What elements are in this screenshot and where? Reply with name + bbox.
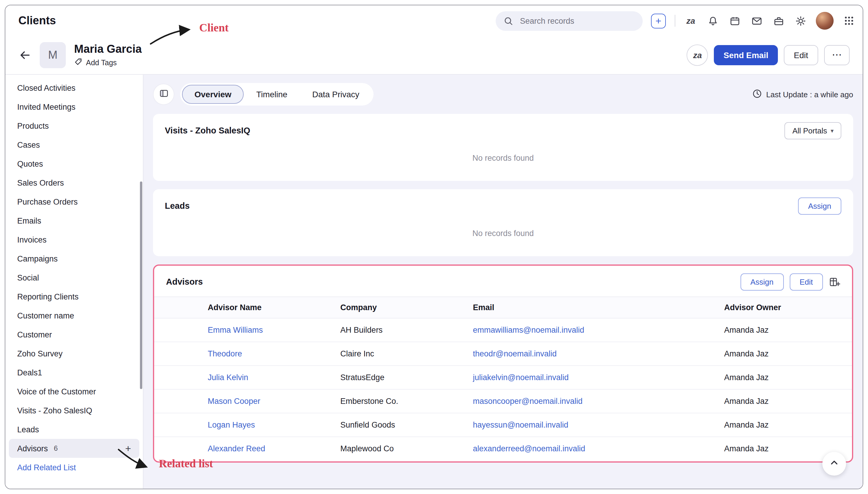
- sidebar-item-customer-name[interactable]: Customer name: [5, 306, 143, 325]
- settings-gear-icon[interactable]: [794, 14, 807, 27]
- advisor-company: Maplewood Co: [335, 437, 468, 460]
- advisor-row: Julia Kelvin StratusEdge juliakelvin@noe…: [154, 366, 852, 389]
- tab-overview[interactable]: Overview: [182, 85, 244, 104]
- advisor-name-link[interactable]: Julia Kelvin: [208, 373, 248, 382]
- search-input[interactable]: [519, 16, 636, 26]
- record-header: M Maria Garcia Add Tags za Send Email Ed…: [5, 36, 863, 75]
- leads-empty-state: No records found: [165, 215, 841, 248]
- advisor-name-link[interactable]: Logan Hayes: [208, 420, 255, 429]
- sidebar-item-quotes[interactable]: Quotes: [5, 154, 143, 173]
- sidebar-item-voice-of-the-customer[interactable]: Voice of the Customer: [5, 382, 143, 401]
- quick-create-button[interactable]: +: [651, 13, 666, 28]
- sidebar-item-cases[interactable]: Cases: [5, 135, 143, 154]
- sidebar-item-closed-activities[interactable]: Closed Activities: [5, 78, 143, 97]
- app-launcher-grid-icon[interactable]: [843, 14, 855, 27]
- add-column-table-icon[interactable]: [829, 276, 840, 287]
- module-title: Clients: [18, 14, 56, 27]
- advisor-company: Emberstone Co.: [335, 389, 468, 413]
- back-button[interactable]: [18, 49, 32, 62]
- sidebar-item-emails[interactable]: Emails: [5, 211, 143, 230]
- sidebar-item-social[interactable]: Social: [5, 268, 143, 287]
- more-actions-button[interactable]: ⋯: [824, 45, 850, 65]
- sidebar-item-sales-orders[interactable]: Sales Orders: [5, 173, 143, 192]
- column-email: Email: [468, 297, 719, 318]
- top-bar: Clients + za: [5, 5, 863, 36]
- add-advisor-plus-button[interactable]: +: [125, 443, 131, 453]
- advisor-company: Sunfield Goods: [335, 413, 468, 437]
- advisor-company: StratusEdge: [335, 366, 468, 389]
- edit-button[interactable]: Edit: [784, 45, 818, 65]
- collapse-panel-button[interactable]: [153, 83, 174, 105]
- tab-timeline[interactable]: Timeline: [244, 85, 300, 104]
- global-search[interactable]: [496, 11, 643, 31]
- visits-card-title: Visits - Zoho SalesIQ: [165, 126, 250, 135]
- sidebar-scrollbar[interactable]: [140, 182, 142, 389]
- sidebar-item-leads[interactable]: Leads: [5, 420, 143, 439]
- advisor-email-link[interactable]: emmawilliams@noemail.invalid: [473, 326, 584, 335]
- zia-icon[interactable]: za: [684, 14, 697, 27]
- sidebar-item-invoices[interactable]: Invoices: [5, 230, 143, 249]
- advisor-name-link[interactable]: Mason Cooper: [208, 397, 260, 406]
- advisor-company: Claire Inc: [335, 342, 468, 366]
- user-avatar[interactable]: [816, 12, 834, 30]
- advisor-row: Alexander Reed Maplewood Co alexanderree…: [154, 437, 852, 460]
- column-advisor-owner: Advisor Owner: [719, 297, 852, 318]
- sidebar-item-products[interactable]: Products: [5, 116, 143, 135]
- advisor-owner: Amanda Jaz: [719, 366, 852, 389]
- topbar-divider: [675, 15, 675, 27]
- send-email-button[interactable]: Send Email: [714, 45, 778, 65]
- chevron-down-icon: ▾: [831, 127, 834, 134]
- sidebar-item-deals1[interactable]: Deals1: [5, 363, 143, 382]
- all-portals-dropdown[interactable]: All Portals ▾: [785, 122, 841, 139]
- app-window: Clients + za: [0, 0, 868, 494]
- sidebar-item-invited-meetings[interactable]: Invited Meetings: [5, 97, 143, 116]
- visits-empty-state: No records found: [165, 139, 841, 173]
- advisor-email-link[interactable]: hayessun@noemail.invalid: [473, 420, 568, 429]
- sidebar-item-visits-zoho-salesiq[interactable]: Visits - Zoho SalesIQ: [5, 401, 143, 420]
- sidebar-item-reporting-clients[interactable]: Reporting Clients: [5, 287, 143, 306]
- advisor-row: Emma Williams AH Builders emmawilliams@n…: [154, 318, 852, 342]
- advisor-email-link[interactable]: alexanderreed@noemail.invalid: [473, 444, 585, 453]
- notifications-bell-icon[interactable]: [706, 14, 719, 27]
- sidebar-item-advisors[interactable]: Advisors 6 +: [9, 439, 139, 458]
- last-update-status: Last Update : a while ago: [753, 89, 853, 100]
- marketplace-icon[interactable]: [772, 14, 785, 27]
- sidebar-item-customer[interactable]: Customer: [5, 325, 143, 344]
- advisors-card-title: Advisors: [166, 277, 203, 286]
- tab-data-privacy[interactable]: Data Privacy: [300, 85, 372, 104]
- sidebar-item-label: Advisors: [17, 444, 48, 453]
- advisor-email-link[interactable]: theodr@noemail.invalid: [473, 349, 557, 358]
- record-avatar-tile: M: [40, 42, 66, 68]
- advisor-name-link[interactable]: Alexander Reed: [208, 444, 265, 453]
- add-tags-button[interactable]: Add Tags: [74, 58, 142, 68]
- calendar-icon[interactable]: [728, 14, 741, 27]
- related-list-sidebar: Closed Activities Invited Meetings Produ…: [5, 75, 143, 489]
- advisor-owner: Amanda Jaz: [719, 318, 852, 342]
- advisor-email-link[interactable]: masoncooper@noemail.invalid: [473, 397, 582, 406]
- tag-icon: [74, 58, 82, 68]
- zia-assistant-button[interactable]: za: [687, 44, 708, 66]
- sidebar-item-campaigns[interactable]: Campaigns: [5, 249, 143, 268]
- column-company: Company: [335, 297, 468, 318]
- search-icon: [503, 14, 514, 27]
- advisors-card: Advisors Assign Edit: [153, 265, 853, 462]
- leads-assign-button[interactable]: Assign: [798, 197, 841, 214]
- advisor-name-link[interactable]: Theodore: [208, 349, 242, 358]
- advisor-owner: Amanda Jaz: [719, 413, 852, 437]
- advisor-name-link[interactable]: Emma Williams: [208, 326, 263, 335]
- sidebar-item-zoho-survey[interactable]: Zoho Survey: [5, 344, 143, 363]
- sidebar-item-purchase-orders[interactable]: Purchase Orders: [5, 192, 143, 211]
- collapse-panel-icon: [159, 88, 169, 100]
- advisor-row: Mason Cooper Emberstone Co. masoncooper@…: [154, 389, 852, 413]
- visits-salesiq-card: Visits - Zoho SalesIQ All Portals ▾ No r…: [153, 114, 853, 181]
- advisors-table-header-row: Advisor Name Company Email Advisor Owner: [154, 297, 852, 318]
- clock-icon: [753, 89, 762, 100]
- advisor-email-link[interactable]: juliakelvin@noemail.invalid: [473, 373, 568, 382]
- mail-icon[interactable]: [750, 14, 763, 27]
- advisors-edit-button[interactable]: Edit: [789, 273, 823, 290]
- scroll-to-top-button[interactable]: [822, 452, 846, 476]
- advisors-count-badge: 6: [54, 444, 58, 453]
- advisor-owner: Amanda Jaz: [719, 389, 852, 413]
- add-related-list-link[interactable]: Add Related List: [5, 458, 143, 477]
- advisors-assign-button[interactable]: Assign: [740, 273, 784, 290]
